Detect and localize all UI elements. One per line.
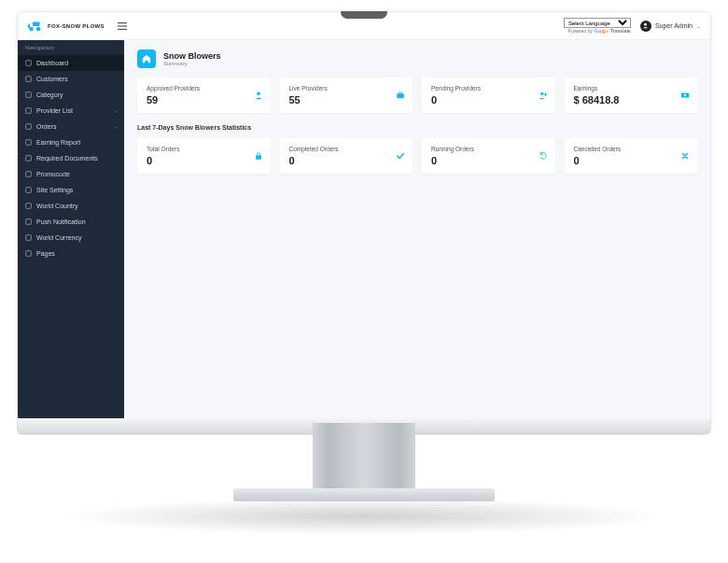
sidebar-item-promocode[interactable]: Promocode: [18, 166, 124, 182]
svg-rect-0: [33, 21, 40, 26]
nav-icon: [25, 187, 32, 193]
page-title: Snow Blowers: [163, 51, 221, 61]
stat-label: Earnings: [574, 85, 689, 91]
stat-value: $ 68418.8: [574, 94, 689, 106]
stat-value: 55: [289, 94, 404, 106]
svg-rect-15: [26, 188, 32, 193]
stat-value: 0: [147, 155, 261, 166]
briefcase-icon: [396, 91, 405, 100]
svg-point-6: [645, 23, 648, 26]
refresh-icon: [539, 151, 548, 161]
svg-rect-21: [397, 93, 404, 98]
nav-item-label: Category: [36, 91, 117, 98]
nav-item-label: Pages: [36, 250, 117, 257]
nav-item-label: Orders: [36, 123, 110, 130]
sidebar-item-category[interactable]: Category: [18, 87, 124, 103]
svg-rect-14: [26, 172, 32, 177]
sidebar-item-orders[interactable]: Orders›: [18, 119, 124, 134]
nav-icon: [25, 250, 32, 257]
section-title: Last 7-Days Snow Blowers Statistics: [137, 124, 697, 131]
check-icon: [396, 151, 405, 161]
page-header: Snow Blowers Summary: [137, 49, 697, 68]
nav-item-label: Dashboard: [36, 60, 117, 66]
svg-rect-18: [26, 235, 32, 241]
nav-icon: [25, 218, 32, 225]
nav-item-label: Promocode: [36, 171, 117, 177]
language-selector: Select Language Powered by Google Transl…: [564, 18, 631, 34]
nav-item-label: Site Settings: [36, 187, 117, 193]
sidebar-item-dashboard[interactable]: Dashboard: [18, 55, 124, 71]
stat-card-pending-providers[interactable]: Pending Providers0: [422, 77, 555, 113]
stat-card-live-providers[interactable]: Live Providers55: [280, 77, 413, 113]
nav-icon: [25, 123, 32, 130]
nav-icon: [25, 171, 32, 177]
nav-item-label: Earning Report: [36, 139, 117, 146]
svg-rect-10: [26, 108, 32, 114]
svg-rect-26: [256, 155, 261, 160]
stat-card-cancelled-orders[interactable]: Cancelled Orders0: [565, 138, 698, 174]
stat-label: Completed Orders: [289, 146, 404, 152]
money-icon: [680, 91, 690, 100]
stat-card-approved-providers[interactable]: Approved Providers59: [137, 77, 271, 113]
user-menu[interactable]: Super Admin ⌄: [640, 21, 701, 32]
nav-item-label: World Currency: [36, 234, 117, 241]
stat-value: 0: [431, 94, 546, 106]
stat-card-total-orders[interactable]: Total Orders0: [137, 138, 271, 174]
svg-rect-4: [118, 25, 127, 26]
page-header-icon: [137, 49, 156, 68]
sidebar-item-earning-report[interactable]: Earning Report: [18, 134, 124, 150]
nav-icon: [25, 60, 32, 66]
sidebar: Navigation DashboardCustomersCategoryPro…: [18, 40, 124, 421]
language-select[interactable]: Select Language: [564, 18, 631, 28]
sidebar-item-push-notification[interactable]: Push Notification: [18, 214, 124, 230]
stat-card-running-orders[interactable]: Running Orders0: [422, 138, 555, 174]
svg-rect-7: [26, 61, 32, 66]
svg-rect-12: [26, 140, 32, 146]
brand-logo[interactable]: FOX-SNOW PLOWS: [27, 21, 105, 32]
sidebar-item-site-settings[interactable]: Site Settings: [18, 182, 124, 198]
nav-item-label: Required Documents: [36, 155, 117, 162]
stat-label: Cancelled Orders: [574, 146, 689, 152]
sidebar-item-world-currency[interactable]: World Currency: [18, 230, 124, 246]
sidebar-item-world-country[interactable]: World Country: [18, 198, 124, 214]
svg-point-23: [540, 92, 543, 95]
svg-rect-8: [26, 77, 32, 82]
svg-rect-19: [26, 251, 32, 257]
svg-rect-9: [26, 92, 32, 98]
hamburger-icon: [118, 22, 127, 30]
nav-section-header: Navigation: [18, 40, 124, 55]
nav-item-label: Provider List: [36, 107, 110, 114]
sidebar-item-customers[interactable]: Customers: [18, 71, 124, 87]
bag-icon: [254, 151, 263, 161]
nav-icon: [25, 76, 32, 82]
user-name-label: Super Admin: [655, 22, 693, 29]
sidebar-item-provider-list[interactable]: Provider List›: [18, 103, 124, 119]
stat-label: Total Orders: [147, 146, 261, 152]
chevron-right-icon: ›: [115, 124, 117, 130]
svg-rect-11: [26, 124, 32, 130]
nav-icon: [25, 155, 32, 162]
chevron-down-icon: ⌄: [696, 22, 701, 29]
svg-point-25: [684, 94, 686, 96]
sidebar-item-required-documents[interactable]: Required Documents: [18, 150, 124, 166]
stat-value: 59: [147, 94, 261, 106]
monitor-notch: [341, 11, 387, 19]
stat-card-completed-orders[interactable]: Completed Orders0: [280, 138, 413, 174]
menu-toggle[interactable]: [118, 22, 127, 30]
nav-icon: [25, 139, 32, 146]
home-icon: [142, 54, 151, 63]
nav-item-label: Push Notification: [36, 218, 117, 225]
brand-name: FOX-SNOW PLOWS: [48, 23, 105, 29]
svg-rect-3: [118, 22, 127, 23]
nav-item-label: World Country: [36, 203, 117, 209]
avatar: [640, 21, 651, 32]
main-content: Snow Blowers Summary Approved Providers5…: [124, 40, 710, 421]
stat-value: 0: [431, 155, 546, 166]
nav-icon: [25, 107, 32, 114]
sidebar-item-pages[interactable]: Pages: [18, 246, 124, 261]
stat-card-earnings[interactable]: Earnings$ 68418.8: [565, 77, 698, 113]
svg-rect-16: [26, 204, 32, 209]
user-add-icon: [539, 91, 548, 100]
stats-row-primary: Approved Providers59Live Providers55Pend…: [137, 77, 697, 113]
snowplow-icon: [27, 21, 44, 32]
